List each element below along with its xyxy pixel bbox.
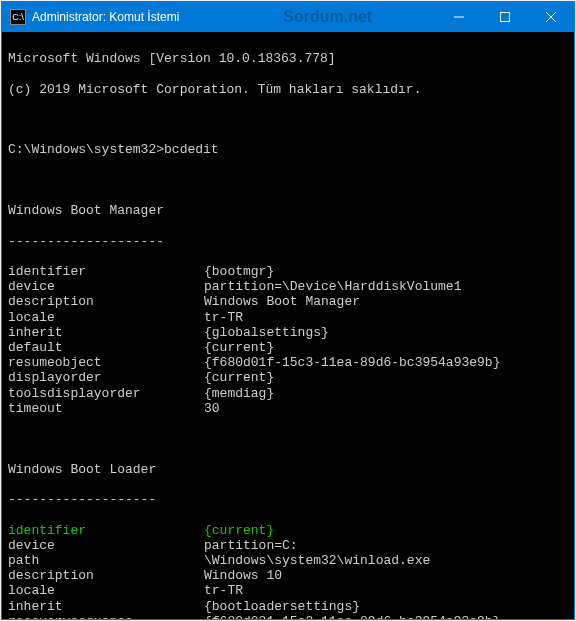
- config-value: {current}: [204, 340, 274, 355]
- config-key: description: [8, 294, 204, 309]
- window-title: Administrator: Komut İstemi: [32, 10, 179, 24]
- config-key: device: [8, 538, 204, 553]
- blank-line: [8, 431, 568, 446]
- config-key: toolsdisplayorder: [8, 386, 204, 401]
- prompt-line: C:\Windows\system32>bcdedit: [8, 142, 568, 157]
- config-key: path: [8, 553, 204, 568]
- config-row: inherit{bootloadersettings}: [8, 599, 568, 614]
- config-row: path\Windows\system32\winload.exe: [8, 553, 568, 568]
- version-line: Microsoft Windows [Version 10.0.18363.77…: [8, 51, 568, 66]
- config-key: default: [8, 340, 204, 355]
- config-row: devicepartition=C:: [8, 538, 568, 553]
- maximize-icon: [500, 12, 510, 22]
- close-button[interactable]: [528, 2, 574, 32]
- config-row: toolsdisplayorder{memdiag}: [8, 386, 568, 401]
- maximize-button[interactable]: [482, 2, 528, 32]
- config-value: \Windows\system32\winload.exe: [204, 553, 430, 568]
- config-value: tr-TR: [204, 583, 243, 598]
- copyright-line: (c) 2019 Microsoft Corporation. Tüm hakl…: [8, 82, 568, 97]
- config-row: devicepartition=\Device\HarddiskVolume1: [8, 279, 568, 294]
- minimize-icon: [454, 12, 464, 22]
- section-separator: --------------------: [8, 234, 568, 249]
- command-text: bcdedit: [164, 142, 219, 157]
- config-row: resumeobject{f680d01f-15c3-11ea-89d6-bc3…: [8, 355, 568, 370]
- config-value: {bootloadersettings}: [204, 599, 360, 614]
- config-key: locale: [8, 583, 204, 598]
- config-key: resumeobject: [8, 355, 204, 370]
- config-key: locale: [8, 310, 204, 325]
- config-value: {globalsettings}: [204, 325, 329, 340]
- section-title: Windows Boot Manager: [8, 203, 568, 218]
- cmd-icon: C:\: [10, 9, 26, 25]
- config-value: {current}: [204, 370, 274, 385]
- config-row: identifier{bootmgr}: [8, 264, 568, 279]
- config-key: identifier: [8, 264, 204, 279]
- config-key: displayorder: [8, 370, 204, 385]
- config-row: inherit{globalsettings}: [8, 325, 568, 340]
- titlebar[interactable]: C:\ Administrator: Komut İstemi Sordum.n…: [2, 2, 574, 32]
- config-row: descriptionWindows Boot Manager: [8, 294, 568, 309]
- config-row: timeout30: [8, 401, 568, 416]
- config-value: {f680d021-15c3-11ea-89d6-bc3954a93e9b}: [204, 614, 500, 619]
- blank-line: [8, 112, 568, 127]
- close-icon: [546, 12, 556, 22]
- config-row: recoverysequence{f680d021-15c3-11ea-89d6…: [8, 614, 568, 619]
- config-key: inherit: [8, 325, 204, 340]
- minimize-button[interactable]: [436, 2, 482, 32]
- config-key: recoverysequence: [8, 614, 204, 619]
- window-controls: [436, 2, 574, 32]
- config-key: description: [8, 568, 204, 583]
- config-value: Windows Boot Manager: [204, 294, 360, 309]
- config-value: {memdiag}: [204, 386, 274, 401]
- config-value: {f680d01f-15c3-11ea-89d6-bc3954a93e9b}: [204, 355, 500, 370]
- config-value: Windows 10: [204, 568, 282, 583]
- config-value: tr-TR: [204, 310, 243, 325]
- command-prompt-window: C:\ Administrator: Komut İstemi Sordum.n…: [1, 1, 575, 620]
- config-value: partition=C:: [204, 538, 298, 553]
- config-key: device: [8, 279, 204, 294]
- config-row: displayorder{current}: [8, 370, 568, 385]
- console-output[interactable]: Microsoft Windows [Version 10.0.18363.77…: [2, 32, 574, 619]
- config-value: {bootmgr}: [204, 264, 274, 279]
- config-value: partition=\Device\HarddiskVolume1: [204, 279, 461, 294]
- config-key: inherit: [8, 599, 204, 614]
- config-value: 30: [204, 401, 220, 416]
- blank-line: [8, 173, 568, 188]
- config-key: identifier: [8, 523, 204, 538]
- prompt-path: C:\Windows\system32>: [8, 142, 164, 157]
- config-row: identifier{current}: [8, 523, 568, 538]
- watermark: Sordum.net: [179, 8, 436, 26]
- config-value: {current}: [204, 523, 274, 538]
- svg-rect-1: [501, 13, 510, 22]
- section-separator: -------------------: [8, 492, 568, 507]
- config-row: descriptionWindows 10: [8, 568, 568, 583]
- config-row: default{current}: [8, 340, 568, 355]
- config-key: timeout: [8, 401, 204, 416]
- config-row: localetr-TR: [8, 310, 568, 325]
- section-title: Windows Boot Loader: [8, 462, 568, 477]
- config-row: localetr-TR: [8, 583, 568, 598]
